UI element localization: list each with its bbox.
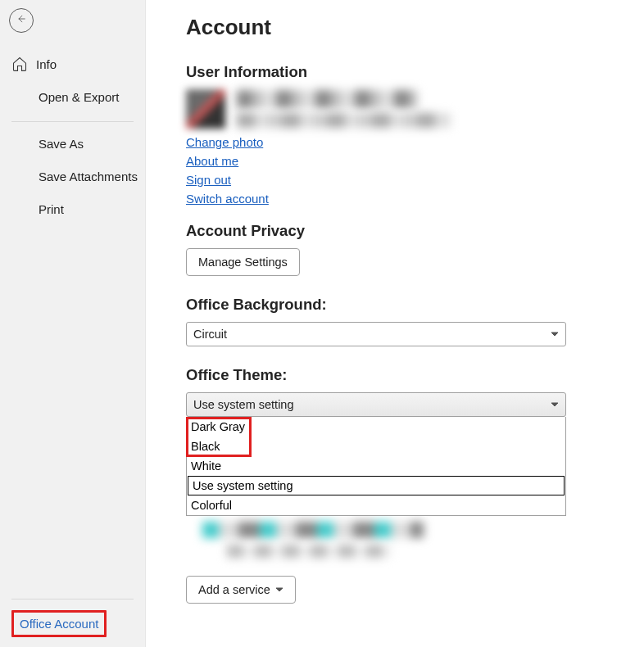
button-label: Add a service [198,583,270,596]
sidebar-item-info[interactable]: Info [0,48,145,80]
connected-service-detail-redacted [227,545,391,558]
account-privacy-heading: Account Privacy [186,222,644,240]
sidebar-divider [11,121,134,122]
theme-option-dark-gray[interactable]: Dark Gray [187,417,565,437]
switch-account-link[interactable]: Switch account [186,192,269,206]
sidebar-item-print[interactable]: Print [0,192,145,225]
sidebar-item-label: Open & Export [39,90,119,104]
change-photo-link[interactable]: Change photo [186,135,263,149]
office-background-select[interactable]: Circuit [186,322,566,346]
user-name-redacted [237,90,417,108]
main-panel: Account User Information Change photo Ab… [146,0,644,647]
sidebar-divider [11,599,134,599]
sidebar-item-label: Save Attachments [39,170,138,183]
theme-option-white[interactable]: White [187,456,565,476]
about-me-link[interactable]: About me [186,154,238,168]
back-button[interactable] [9,8,34,33]
sign-out-link[interactable]: Sign out [186,173,231,187]
select-value: Use system setting [193,398,294,411]
theme-option-black[interactable]: Black [187,437,565,456]
button-label: Manage Settings [198,256,288,269]
office-theme-heading: Office Theme: [186,366,644,384]
connected-service-redacted [202,522,424,538]
avatar [186,89,225,129]
office-theme-select[interactable]: Use system setting [186,392,566,417]
add-service-button[interactable]: Add a service [186,576,296,604]
sidebar: Info Open & Export Save As Save Attachme… [0,0,146,647]
sidebar-item-label: Save As [39,137,84,151]
chevron-down-icon [551,398,559,411]
sidebar-item-label: Print [39,202,64,216]
sidebar-item-office-account[interactable]: Office Account [11,610,107,637]
office-theme-dropdown: Dark Gray Black White Use system setting… [186,417,566,516]
page-title: Account [186,15,644,40]
user-info-block: Change photo About me Sign out Switch ac… [186,89,644,206]
user-email-redacted [237,113,450,128]
theme-option-use-system[interactable]: Use system setting [188,476,565,495]
chevron-down-icon [551,328,559,341]
office-background-heading: Office Background: [186,296,644,314]
arrow-left-icon [16,13,27,28]
sidebar-item-save-as[interactable]: Save As [0,127,145,160]
sidebar-item-open-export[interactable]: Open & Export [0,80,145,113]
user-info-heading: User Information [186,63,644,81]
sidebar-item-label: Info [36,57,57,71]
select-value: Circuit [193,328,227,341]
manage-settings-button[interactable]: Manage Settings [186,248,300,276]
chevron-down-icon [275,583,283,596]
theme-option-colorful[interactable]: Colorful [187,495,565,515]
home-icon [11,56,28,72]
sidebar-item-save-attachments[interactable]: Save Attachments [0,160,145,192]
